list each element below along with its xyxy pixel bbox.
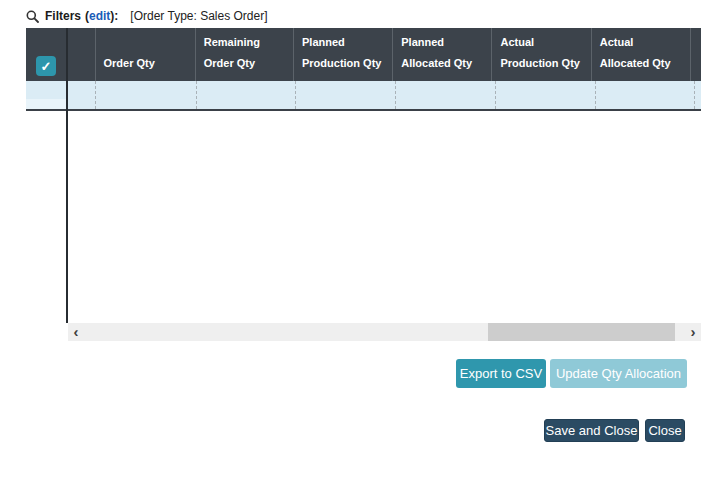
column-header-planned-allocated-qty[interactable]: Planned Allocated Qty: [392, 28, 491, 81]
table-cell-order-qty[interactable]: [95, 81, 196, 109]
edit-paren-close: ):: [110, 9, 118, 23]
frozen-column-divider: [66, 28, 68, 323]
spacer-header-cell: [66, 28, 95, 81]
column-header-order-qty[interactable]: Order Qty: [95, 28, 195, 81]
column-header-actual-production-qty[interactable]: Actual Production Qty: [491, 28, 590, 81]
save-and-close-button[interactable]: Save and Close: [544, 419, 639, 442]
grid-header-row: ✓ Order Qty Remaining Order Qty Planned …: [26, 28, 701, 81]
table-cell-planned-allocated-qty[interactable]: [395, 81, 495, 109]
row-filler-cell: [695, 81, 701, 109]
filters-edit-link[interactable]: edit: [89, 9, 110, 23]
column-header-planned-production-qty[interactable]: Planned Production Qty: [293, 28, 392, 81]
table-cell-actual-allocated-qty[interactable]: [595, 81, 695, 109]
table-cell-remaining-order-qty[interactable]: [196, 81, 295, 109]
table-row[interactable]: [26, 81, 701, 111]
column-header-actual-allocated-qty[interactable]: Actual Allocated Qty: [591, 28, 690, 81]
export-to-csv-button[interactable]: Export to CSV: [456, 359, 546, 388]
filters-label: Filters: [45, 9, 81, 23]
table-cell-planned-production-qty[interactable]: [295, 81, 395, 109]
close-button[interactable]: Close: [645, 419, 685, 442]
allocation-grid: ✓ Order Qty Remaining Order Qty Planned …: [26, 28, 701, 341]
column-header-remaining-order-qty[interactable]: Remaining Order Qty: [195, 28, 293, 81]
active-filter-value: [Order Type: Sales Order]: [130, 9, 267, 23]
horizontal-scrollbar[interactable]: ‹ ›: [68, 323, 701, 341]
update-qty-allocation-button[interactable]: Update Qty Allocation: [550, 359, 687, 388]
table-cell[interactable]: [66, 81, 95, 109]
header-filler-cell: [690, 28, 701, 81]
search-icon: [26, 10, 39, 23]
table-cell-actual-production-qty[interactable]: [495, 81, 595, 109]
row-select-cell[interactable]: [26, 81, 66, 109]
grid-empty-body: [26, 111, 701, 323]
scroll-right-arrow[interactable]: ›: [686, 323, 700, 341]
scrollbar-thumb[interactable]: [488, 323, 675, 341]
checkmark-icon: ✓: [41, 56, 52, 77]
filter-bar: Filters (edit): [Order Type: Sales Order…: [26, 8, 268, 24]
scroll-left-arrow[interactable]: ‹: [69, 323, 83, 341]
select-all-checkbox[interactable]: ✓: [36, 56, 56, 76]
row-light-band: [26, 99, 66, 109]
select-all-header-cell: ✓: [26, 28, 66, 81]
